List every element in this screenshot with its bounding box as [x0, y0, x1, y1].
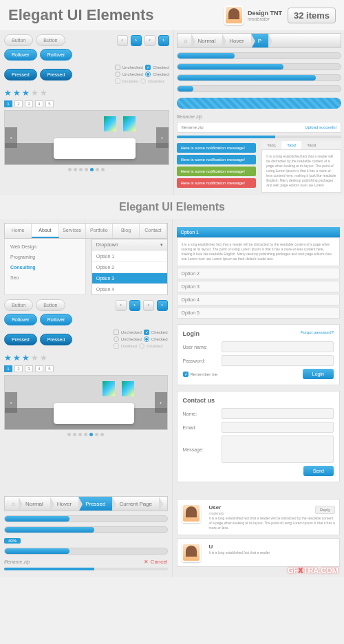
- cancel-button[interactable]: ✕ Cancel: [144, 559, 167, 565]
- dropdown-header[interactable]: Dropdown▾: [92, 239, 167, 250]
- nav-prev-4[interactable]: ‹: [143, 300, 154, 311]
- slider-prev-2[interactable]: ‹: [5, 392, 17, 413]
- page-4b[interactable]: 4: [35, 365, 43, 372]
- accordion-item-5[interactable]: Option 5: [177, 307, 341, 319]
- page-5[interactable]: 5: [45, 100, 54, 107]
- breadcrumb-hover[interactable]: Hover: [222, 34, 250, 47]
- nav-next-4[interactable]: ›: [157, 300, 168, 311]
- password-input[interactable]: [222, 355, 334, 366]
- breadcrumb-normal[interactable]: Normal: [191, 34, 223, 47]
- dropdown-opt-1[interactable]: Option 1: [92, 250, 167, 261]
- mini-tab-1[interactable]: Tab1: [261, 141, 281, 149]
- slider-prev[interactable]: ‹: [5, 127, 17, 148]
- star-rating[interactable]: ★★★★★: [4, 88, 169, 98]
- star-rating-2[interactable]: ★★★★★: [4, 353, 168, 363]
- breadcrumb-hover-2[interactable]: Hover: [50, 497, 78, 511]
- page-5b[interactable]: 5: [45, 365, 54, 372]
- nav-prev[interactable]: ‹: [117, 35, 128, 46]
- nav-prev-3[interactable]: ‹: [116, 300, 127, 311]
- slider-next[interactable]: ›: [156, 127, 169, 148]
- submenu-programming[interactable]: Programing: [8, 252, 83, 262]
- button-pressed-2[interactable]: Pressed: [40, 69, 73, 80]
- tab-home[interactable]: Home: [5, 224, 32, 238]
- mini-tab-3[interactable]: Tab3: [301, 141, 321, 149]
- accordion-header[interactable]: Option 1: [177, 227, 341, 237]
- accordion-item-2[interactable]: Option 2: [177, 268, 341, 279]
- page-1b[interactable]: 1: [4, 365, 12, 372]
- button-rollover-2[interactable]: Rollover: [40, 49, 73, 61]
- dropdown-opt-4[interactable]: Option 4: [92, 283, 167, 294]
- page-4[interactable]: 4: [35, 100, 43, 107]
- submenu-seo[interactable]: Seo: [8, 272, 83, 283]
- checkbox-checked[interactable]: [145, 65, 151, 70]
- comment-1: UsermoderatorReply It is a long establis…: [177, 499, 341, 535]
- button-rollover-3[interactable]: Rollover: [4, 314, 37, 325]
- dot[interactable]: [79, 168, 83, 171]
- send-button[interactable]: Send: [303, 466, 334, 476]
- button-rollover-4[interactable]: Rollover: [40, 314, 73, 325]
- radio-unchecked-2[interactable]: [114, 336, 119, 342]
- login-button[interactable]: Login: [303, 369, 334, 379]
- notification-error[interactable]: Here is some notification message!: [177, 178, 257, 188]
- submenu-consulting[interactable]: Consulting: [8, 262, 83, 272]
- dot[interactable]: [74, 168, 77, 171]
- tab-about[interactable]: About: [32, 224, 58, 238]
- mini-tab-2[interactable]: Tab2: [281, 141, 301, 149]
- breadcrumb-current[interactable]: Current Page: [112, 497, 159, 511]
- button-default-2[interactable]: Button: [36, 34, 65, 46]
- button-pressed-1[interactable]: Pressed: [4, 69, 37, 80]
- button-rollover-1[interactable]: Rollover: [4, 49, 37, 61]
- accordion-item-3[interactable]: Option 3: [177, 281, 341, 292]
- nav-next-3[interactable]: ›: [129, 300, 140, 311]
- breadcrumb-pressed[interactable]: Pressed: [78, 497, 112, 511]
- remember-checkbox[interactable]: Remember me: [183, 372, 218, 377]
- dropdown-opt-2[interactable]: Option 2: [92, 261, 167, 272]
- reply-button[interactable]: Reply: [315, 506, 335, 514]
- nav-prev-2[interactable]: ‹: [144, 35, 155, 46]
- button-pressed-3[interactable]: Pressed: [4, 334, 37, 345]
- nav-next-2[interactable]: ›: [158, 35, 169, 46]
- name-input[interactable]: [222, 408, 334, 419]
- radio-unchecked[interactable]: [115, 72, 120, 77]
- radio-checked-2[interactable]: [144, 336, 149, 342]
- breadcrumb-normal-2[interactable]: Normal: [19, 497, 50, 511]
- tab-portfolio[interactable]: Portfolio: [86, 224, 113, 238]
- dot[interactable]: [68, 168, 72, 171]
- submenu-webdesign[interactable]: Web Design: [8, 242, 83, 252]
- dot[interactable]: [96, 168, 99, 171]
- page-3b[interactable]: 3: [25, 365, 33, 372]
- dropdown-opt-3[interactable]: Option 3: [92, 272, 167, 283]
- breadcrumb-home-icon[interactable]: ⌂: [178, 34, 191, 47]
- email-input[interactable]: [222, 422, 334, 433]
- button-default-1[interactable]: Button: [4, 34, 33, 46]
- page-3[interactable]: 3: [25, 100, 33, 107]
- button-default-4[interactable]: Button: [36, 299, 65, 311]
- button-pressed-4[interactable]: Pressed: [40, 334, 73, 345]
- notification-info[interactable]: Here is some notification message!: [177, 143, 257, 153]
- tab-contact[interactable]: Contact: [140, 224, 166, 238]
- forgot-password-link[interactable]: Forgot password?: [301, 330, 334, 337]
- tab-services[interactable]: Services: [59, 224, 86, 238]
- page-1[interactable]: 1: [4, 100, 12, 107]
- tab-blog[interactable]: Blog: [113, 224, 140, 238]
- notification-success[interactable]: Here is some notification message!: [177, 167, 257, 176]
- checkbox-unchecked-2[interactable]: [114, 330, 119, 335]
- checkbox-unchecked[interactable]: [115, 65, 120, 70]
- page-2[interactable]: 2: [14, 100, 23, 107]
- dot[interactable]: [101, 168, 105, 171]
- dropdown[interactable]: Dropdown▾ Option 1 Option 2 Option 3 Opt…: [92, 239, 168, 295]
- username-input[interactable]: [222, 341, 334, 352]
- dot-active[interactable]: [90, 168, 94, 171]
- nav-next[interactable]: ›: [131, 35, 142, 46]
- page-2b[interactable]: 2: [14, 365, 23, 372]
- filename-2: filename.zip: [4, 559, 30, 564]
- dot[interactable]: [85, 168, 88, 171]
- notification-info-2[interactable]: Here is some notification message!: [177, 155, 257, 164]
- breadcrumb-home-icon-2[interactable]: ⌂: [5, 497, 19, 511]
- message-textarea[interactable]: [222, 436, 334, 463]
- radio-checked[interactable]: [145, 72, 151, 77]
- accordion-item-4[interactable]: Option 4: [177, 294, 341, 305]
- checkbox-checked-2[interactable]: [144, 330, 149, 335]
- slider-next-2[interactable]: ›: [155, 392, 167, 413]
- button-default-3[interactable]: Button: [4, 299, 33, 311]
